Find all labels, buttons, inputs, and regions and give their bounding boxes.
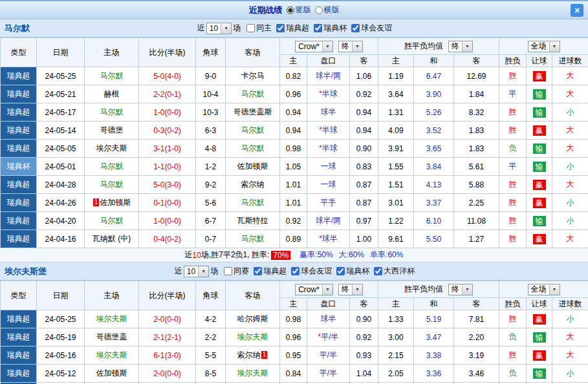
filter-checkbox[interactable]: 大西洋杯 [374,266,415,277]
match-date: 24-05-14 [37,122,85,140]
away-team[interactable]: 瓦斯特拉 [226,212,280,230]
summary-stat: 单率:60% [370,250,403,261]
home-team[interactable]: 马尔默 [85,158,139,176]
result-wdl: 胜 [499,176,527,194]
home-team[interactable]: 马尔默 [85,103,139,122]
away-team[interactable]: 索尔纳1 [226,347,280,365]
select-value: 全场 [528,41,549,52]
result-wdl: 胜 [499,230,527,248]
away-team[interactable]: 马尔默 [226,230,280,248]
checkbox-input[interactable] [351,24,360,32]
radio-input[interactable] [315,6,323,14]
filter-checkbox[interactable]: 瑞典超 [276,23,309,34]
home-team[interactable]: 埃尔夫斯 [85,347,139,365]
home-team[interactable]: 马尔默 [85,212,139,230]
filter-checkbox[interactable]: 球会友谊 [291,266,332,277]
result-asian: 输 [527,328,552,347]
odds-away: 0.92 [350,328,378,347]
filter-checkbox[interactable]: 瑞典杯 [314,23,347,34]
home-team[interactable]: 马尔默 [85,176,139,194]
col-score: 比分(半场) [139,281,196,310]
match-row: 瑞典超24-05-14哥德堡0-3(0-2)6-3马尔默0.94*半球0.944… [1,122,588,140]
away-team[interactable]: 索尔纳 [226,176,280,194]
handicap-star: * [319,125,322,134]
close-button[interactable]: × [571,4,583,17]
checkbox-input[interactable] [246,24,255,32]
home-team[interactable]: 哥德堡 [85,122,139,140]
checkbox-label: 球会友谊 [361,23,392,34]
match-row: 瑞典超24-05-17马尔默1-0(0-0)10-3哥德堡盖斯0.94球半0.9… [1,103,588,122]
away-team[interactable]: 佐加顿斯 [226,158,280,176]
checkbox-input[interactable] [314,24,322,32]
away-team[interactable]: 马尔默 [226,140,280,158]
result-wdl: 胜 [499,212,527,230]
checkbox-input[interactable] [224,267,232,275]
result-asian: 赢 [527,310,552,328]
score: 2-0(0-0) [139,365,196,383]
result-wdl: 胜 [499,122,527,140]
handicap: 平/半 [307,365,350,383]
final-odds-select[interactable]: 终▼ [338,284,363,295]
corners: 10-3 [196,103,226,122]
filter-checkbox[interactable]: 球会友谊 [351,23,392,34]
filter-checkbox[interactable]: 瑞典杯 [336,266,369,277]
home-team[interactable]: 佐加顿斯 [85,365,139,383]
away-team[interactable]: 哈尔姆斯 [226,310,280,328]
final-avg-select[interactable]: 终▼ [448,41,473,52]
home-team[interactable]: 1佐加顿斯 [85,194,139,212]
scope-select[interactable]: 全场▼ [528,284,560,295]
radio-input[interactable] [287,6,294,14]
select-value: 10 [207,23,221,34]
home-team[interactable]: 瓦纳默 (中) [85,230,139,248]
result-goals: 小 [552,212,588,230]
checkbox-input[interactable] [336,267,345,275]
team-name: 马尔默 [5,23,30,34]
corners: 4-2 [196,310,226,328]
score: 5-0(3-0) [139,176,196,194]
away-team[interactable]: 卡尔马 [226,67,280,85]
home-team[interactable]: 马尔默 [85,67,139,85]
scope-select[interactable]: 全场▼ [528,41,560,52]
col-corner: 角球 [196,281,226,310]
final-avg-select[interactable]: 终▼ [448,284,473,295]
checkbox-input[interactable] [374,267,382,275]
checkbox-label: 瑞典超 [286,23,309,34]
match-count-select[interactable]: 10▼ [184,266,209,277]
home-team[interactable]: 埃尔夫斯 [85,310,139,328]
bookmaker-select[interactable]: Crow*▼ [295,41,333,52]
chevron-down-icon: ▼ [352,41,362,52]
away-team[interactable]: 马尔默 [226,85,280,103]
odds-away: 0.94 [350,122,378,140]
result-wdl: 负 [499,328,527,347]
away-team[interactable]: 埃尔夫斯 [226,328,280,347]
avg-away: 5.88 [454,176,499,194]
layout-horizontal-radio[interactable]: 横版 [315,5,340,16]
away-team[interactable]: 哥德堡盖斯 [226,103,280,122]
match-count-select[interactable]: 10▼ [206,23,232,34]
odds-away: 0.87 [350,194,378,212]
filter-checkbox[interactable]: 瑞典超 [254,266,287,277]
filter-checkbox[interactable]: 同主 [246,23,272,34]
handicap: 球半 [307,103,350,122]
handicap: 平/半 [307,347,350,365]
home-team[interactable]: 哥德堡盖 [85,328,139,347]
home-team[interactable]: 赫根 [85,85,139,103]
bookmaker-select[interactable]: Crow*▼ [295,284,333,295]
checkbox-input[interactable] [291,267,299,275]
result-goals: 小 [552,194,588,212]
league-type: 瑞典杯 [1,158,37,176]
final-odds-select[interactable]: 终▼ [338,41,363,52]
match-row: 瑞典超24-05-21赫根2-2(0-1)10-4马尔默0.96*半球0.923… [1,85,588,103]
away-team[interactable]: 马尔默 [226,122,280,140]
home-team[interactable]: 埃尔夫斯 [85,140,139,158]
away-team[interactable]: 埃尔夫斯 [226,365,280,383]
checkbox-input[interactable] [254,267,262,275]
match-row: 瑞典超24-05-19哥德堡盖2-1(2-1)2-2埃尔夫斯0.96*平/半0.… [1,328,588,347]
games-unit-label: 场 [233,23,241,34]
layout-vertical-radio[interactable]: 竖版 [287,5,311,16]
avg-home: 3.64 [378,85,414,103]
checkbox-input[interactable] [276,24,285,32]
filter-checkbox[interactable]: 同赛 [224,266,249,277]
col-odds-home: 主 [280,298,307,310]
away-team[interactable]: 马尔默 [226,194,280,212]
